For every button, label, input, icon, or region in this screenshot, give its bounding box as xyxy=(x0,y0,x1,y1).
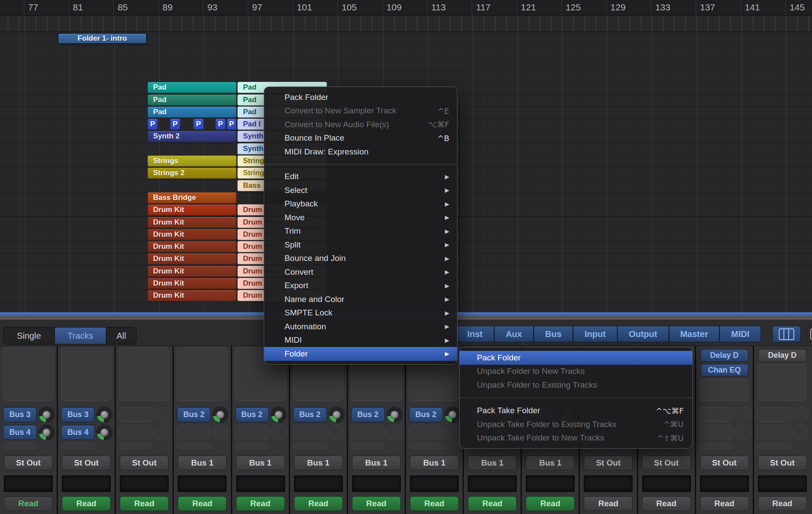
send-mini-slot[interactable] xyxy=(757,443,791,450)
automation-read-button[interactable]: Read xyxy=(236,496,285,511)
send-mini-slot[interactable] xyxy=(293,443,327,450)
send-slot-button[interactable]: Bus 4 xyxy=(61,425,95,440)
menu-item-export[interactable]: Export▶ xyxy=(264,279,457,293)
send-slot-button[interactable]: Bus 2 xyxy=(235,407,269,422)
send-mini-slot[interactable] xyxy=(351,443,385,450)
menu-item-unpack-take-folder-to-existing-tracks[interactable]: Unpack Take Folder to Existing Tracks^⌘U xyxy=(460,418,692,431)
send-slot-empty[interactable] xyxy=(119,407,153,422)
output-button[interactable]: Bus 1 xyxy=(236,456,285,470)
automation-read-button[interactable]: Read xyxy=(468,496,517,511)
region-p[interactable]: P xyxy=(215,119,226,130)
filter-tab-output[interactable]: Output xyxy=(617,326,668,342)
region-p[interactable]: P xyxy=(227,119,237,130)
menu-item-pack-take-folder[interactable]: Pack Take Folder^⌥⌘F xyxy=(460,404,692,418)
group-slot[interactable] xyxy=(700,475,749,492)
output-button[interactable]: St Out xyxy=(700,456,749,470)
menu-item-smpte-lock[interactable]: SMPTE Lock▶ xyxy=(264,306,457,320)
send-slot-button[interactable]: Bus 2 xyxy=(177,407,211,422)
menu-item-trim[interactable]: Trim▶ xyxy=(264,225,457,238)
send-slot-empty[interactable] xyxy=(293,425,327,440)
group-slot[interactable] xyxy=(178,475,227,492)
insert-slot-empty[interactable] xyxy=(700,379,748,401)
group-slot[interactable] xyxy=(236,475,285,492)
send-slot-button[interactable]: Bus 2 xyxy=(409,407,443,422)
send-slot-empty[interactable] xyxy=(757,425,791,440)
group-slot[interactable] xyxy=(526,475,575,492)
send-level-knob[interactable] xyxy=(96,424,112,440)
group-slot[interactable] xyxy=(294,475,343,492)
send-mini-slot[interactable] xyxy=(699,443,733,450)
send-mini-slot[interactable] xyxy=(119,443,153,450)
menu-item-name-and-color[interactable]: Name and Color▶ xyxy=(264,292,457,306)
output-button[interactable]: St Out xyxy=(120,456,169,470)
menu-item-pack-folder[interactable]: Pack Folder xyxy=(264,90,457,104)
filter-tab-tracks[interactable]: Tracks xyxy=(55,328,106,344)
output-button[interactable]: Bus 1 xyxy=(410,456,459,470)
filter-tab-single[interactable]: Single xyxy=(3,328,55,344)
send-mini-slot[interactable] xyxy=(235,443,269,450)
menu-item-automation[interactable]: Automation▶ xyxy=(264,320,457,334)
group-slot[interactable] xyxy=(642,475,691,492)
filter-tab-bus[interactable]: Bus xyxy=(533,326,572,342)
menu-item-move[interactable]: Move▶ xyxy=(264,211,457,225)
menu-item-convert[interactable]: Convert▶ xyxy=(264,265,457,279)
region-strings-2[interactable]: Strings 2 xyxy=(147,167,237,179)
region-drum-kit[interactable]: Drum Kit xyxy=(147,241,237,252)
menu-item-unpack-folder-to-new-tracks[interactable]: Unpack Folder to New Tracks xyxy=(460,365,692,379)
group-slot[interactable] xyxy=(120,475,169,492)
output-button[interactable]: Bus 1 xyxy=(468,456,517,470)
mixer-single-view-button[interactable] xyxy=(807,326,812,342)
output-button[interactable]: St Out xyxy=(642,456,691,470)
insert-slot-empty[interactable] xyxy=(3,347,54,401)
region-drum-kit[interactable]: Drum Kit xyxy=(147,204,237,215)
send-slot-empty[interactable] xyxy=(757,407,791,422)
region-drum-kit[interactable]: Drum Kit xyxy=(147,278,237,289)
menu-item-convert-to-new-audio-file-s[interactable]: Convert to New Audio File(s)⌥⌘F xyxy=(264,118,457,132)
send-mini-slot[interactable] xyxy=(3,443,37,450)
send-slot-empty[interactable] xyxy=(409,425,443,440)
filter-tab-inst[interactable]: Inst xyxy=(456,326,494,342)
automation-read-button[interactable]: Read xyxy=(758,496,807,511)
insert-plugin-button[interactable]: Chan EQ xyxy=(700,364,748,376)
region-p[interactable]: P xyxy=(147,119,158,130)
region-drum-kit[interactable]: Drum Kit xyxy=(147,290,237,301)
menu-item-bounce-and-join[interactable]: Bounce and Join▶ xyxy=(264,252,457,266)
group-slot[interactable] xyxy=(352,475,401,492)
filter-tab-master[interactable]: Master xyxy=(668,326,719,342)
group-slot[interactable] xyxy=(62,475,111,492)
region-pad[interactable]: Pad xyxy=(147,106,237,118)
send-level-knob[interactable] xyxy=(387,407,403,423)
region-folder-1-intro[interactable]: Folder 1- intro xyxy=(58,33,147,44)
region-bass-bridge[interactable]: Bass Bridge xyxy=(147,192,237,203)
group-slot[interactable] xyxy=(410,475,459,492)
region-drum-kit[interactable]: Drum Kit xyxy=(147,253,237,264)
menu-item-convert-to-new-sampler-track[interactable]: Convert to New Sampler Track^E xyxy=(264,104,457,118)
automation-read-button[interactable]: Read xyxy=(352,496,401,511)
send-slot-button[interactable]: Bus 2 xyxy=(293,407,327,422)
output-button[interactable]: Bus 1 xyxy=(526,456,575,470)
menu-item-select[interactable]: Select▶ xyxy=(264,183,457,197)
output-button[interactable]: Bus 1 xyxy=(178,456,227,470)
send-level-knob[interactable] xyxy=(96,407,112,423)
send-slot-button[interactable]: Bus 3 xyxy=(61,407,95,422)
menu-item-unpack-take-folder-to-new-tracks[interactable]: Unpack Take Folder to New Tracks^⇧⌘U xyxy=(460,431,692,445)
send-slot-empty[interactable] xyxy=(177,425,211,440)
region-p[interactable]: P xyxy=(193,119,204,130)
send-mini-slot[interactable] xyxy=(409,443,443,450)
filter-tab-aux[interactable]: Aux xyxy=(494,326,533,342)
send-slot-button[interactable]: Bus 3 xyxy=(3,407,37,422)
group-slot[interactable] xyxy=(468,475,517,492)
insert-slot-empty[interactable] xyxy=(119,347,169,401)
output-button[interactable]: Bus 1 xyxy=(352,456,401,470)
region-drum-kit[interactable]: Drum Kit xyxy=(147,217,237,228)
menu-item-pack-folder[interactable]: Pack Folder xyxy=(460,351,692,365)
automation-read-button[interactable]: Read xyxy=(178,496,227,511)
insert-slot-empty[interactable] xyxy=(61,347,112,401)
automation-read-button[interactable]: Read xyxy=(294,496,343,511)
automation-read-button[interactable]: Read xyxy=(584,496,633,511)
filter-tab-midi[interactable]: MIDI xyxy=(719,326,761,342)
region-strings[interactable]: Strings xyxy=(147,155,237,167)
group-slot[interactable] xyxy=(584,475,633,492)
filter-tab-input[interactable]: Input xyxy=(572,326,617,342)
insert-plugin-button[interactable]: Delay D xyxy=(700,349,748,362)
